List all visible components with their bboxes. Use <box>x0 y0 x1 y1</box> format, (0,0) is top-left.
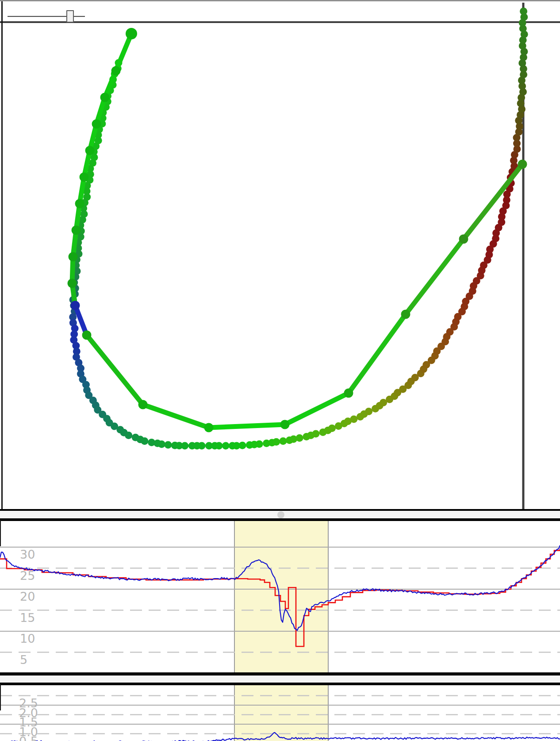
speed-chart-canvas: 30252015105 <box>0 520 560 674</box>
segmented-trajectory-line <box>68 28 527 432</box>
panel-splitter-1[interactable] <box>0 509 560 520</box>
panel-left-border <box>0 520 1 546</box>
panel-splitter-2[interactable] <box>0 674 560 684</box>
y-axis-label: 15 <box>20 611 35 625</box>
splitter-border <box>0 509 560 511</box>
y-axis-label: 5 <box>20 653 27 667</box>
panel-top-border <box>0 684 560 685</box>
app-window: 30252015105 2.52.01.51.00.5 <box>0 0 560 741</box>
panel-top-border <box>0 520 560 521</box>
secondary-chart-canvas: 2.52.01.51.00.5 <box>0 684 560 741</box>
panel-left-border <box>0 684 1 710</box>
dense-trajectory-dots <box>69 8 528 449</box>
phase-plot-canvas <box>0 0 560 509</box>
y-axis-label: 30 <box>20 548 35 561</box>
highlight-band <box>234 520 328 674</box>
y-axis-label: 10 <box>20 632 35 645</box>
y-axis-label: 0.5 <box>19 734 38 741</box>
highlight-band <box>234 684 328 741</box>
y-axis-label: 25 <box>20 569 35 583</box>
splitter-border <box>0 674 560 675</box>
y-axis-label: 20 <box>20 590 35 603</box>
splitter-drag-dot-icon[interactable] <box>277 511 284 518</box>
zoom-slider-handle[interactable] <box>66 10 74 23</box>
